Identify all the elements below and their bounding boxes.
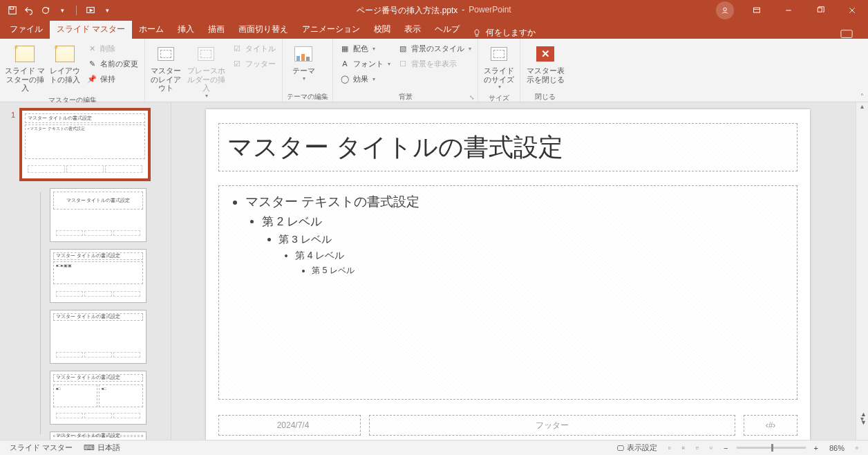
bg-styles-button[interactable]: ▧背景のスタイル▾	[395, 41, 473, 55]
status-lang[interactable]: ⌨ 日本語	[78, 443, 126, 453]
next-slide-icon[interactable]: ▼	[860, 419, 867, 426]
status-mode[interactable]: スライド マスター	[4, 443, 78, 453]
fit-buttons: ▲ ▼	[860, 411, 867, 426]
body-level-5: 第 5 レベル	[312, 265, 789, 277]
footer-checkbox[interactable]: ☑フッター	[229, 57, 278, 71]
tab-review[interactable]: 校閲	[367, 20, 397, 39]
thumbnail-layout-2[interactable]: マスター タイトルの書式設定 ■□■ ▣▣	[50, 249, 147, 303]
footer-placeholder[interactable]: フッター	[369, 415, 735, 436]
tell-me-search[interactable]: 何をしますか	[466, 27, 541, 39]
footer-text: フッター	[536, 420, 569, 431]
rename-button[interactable]: ✎名前の変更	[84, 57, 140, 71]
status-bar: スライド マスター ⌨ 日本語 🖵 表示設定 − + 86%	[0, 440, 868, 455]
svg-rect-13	[696, 447, 698, 449]
effects-button[interactable]: ◯効果▾	[337, 72, 393, 86]
edit-area: マスター タイトルの書式設定 マスター テキストの書式設定 第 2 レベル 第 …	[171, 102, 868, 440]
hide-bg-checkbox[interactable]: ☐背景を非表示	[395, 57, 473, 71]
title-separator: -	[462, 5, 464, 17]
slideshow-view-icon[interactable]	[704, 443, 718, 454]
svg-rect-8	[668, 447, 670, 449]
themes-button[interactable]: テーマ▾	[287, 41, 320, 83]
undo-icon[interactable]	[23, 5, 35, 16]
body-level-3: 第 3 レベル	[279, 232, 789, 247]
checkbox-icon: ☑	[232, 43, 243, 54]
account-icon[interactable]	[709, 0, 741, 21]
save-icon[interactable]	[7, 5, 18, 16]
ribbon-display-options-icon[interactable]	[741, 0, 773, 21]
slide-canvas[interactable]: マスター タイトルの書式設定 マスター テキストの書式設定 第 2 レベル 第 …	[206, 109, 810, 448]
zoom-value[interactable]: 86%	[824, 444, 850, 452]
thumbnail-layout-1[interactable]: マスター タイトルの書式設定	[50, 188, 147, 242]
title-checkbox[interactable]: ☑タイトル	[229, 41, 278, 55]
start-slideshow-icon[interactable]	[85, 5, 96, 16]
body-placeholder[interactable]: マスター テキストの書式設定 第 2 レベル 第 3 レベル 第 4 レベル 第…	[218, 185, 798, 400]
normal-view-icon[interactable]	[663, 443, 677, 454]
minimize-button[interactable]	[773, 0, 804, 21]
tab-draw[interactable]: 描画	[201, 20, 232, 39]
insert-layout-button[interactable]: レイアウトの挿入	[48, 41, 82, 85]
vertical-scrollbar[interactable]: ▴ ▾	[856, 102, 868, 440]
group-master-edit: スライド マスターの挿入 レイアウトの挿入 ✕削除 ✎名前の変更 📌保持 マスタ…	[0, 39, 145, 102]
delete-button[interactable]: ✕削除	[84, 41, 140, 55]
insert-layout-label: レイアウトの挿入	[48, 66, 82, 84]
preserve-button[interactable]: 📌保持	[84, 72, 140, 86]
svg-rect-1	[10, 7, 14, 10]
insert-placeholder-label: プレースホルダーの挿入	[185, 66, 227, 93]
thumbnail-layout-3[interactable]: マスター タイトルの書式設定	[50, 310, 147, 364]
tab-animations[interactable]: アニメーション	[295, 20, 367, 39]
display-settings-button[interactable]: 🖵 表示設定	[611, 443, 663, 453]
insert-placeholder-button[interactable]: プレースホルダーの挿入▾	[185, 41, 227, 100]
thumbnail-layout-4[interactable]: マスター タイトルの書式設定 ■□■□	[50, 371, 147, 425]
scroll-up-icon[interactable]: ▴	[856, 102, 868, 115]
slide-sorter-icon[interactable]	[677, 443, 690, 454]
fonts-button[interactable]: Aフォント▾	[337, 57, 393, 71]
colors-button[interactable]: ▦配色▾	[337, 41, 393, 55]
reading-view-icon[interactable]	[690, 443, 704, 454]
tab-slide-master[interactable]: スライド マスター	[50, 20, 132, 39]
tell-me-label: 何をしますか	[486, 27, 536, 39]
prev-slide-icon[interactable]: ▲	[860, 411, 867, 418]
insert-slide-master-button[interactable]: スライド マスターの挿入	[4, 41, 46, 94]
qat-customize-icon[interactable]: ▾	[102, 5, 113, 16]
collapse-ribbon-icon[interactable]: ˄	[860, 93, 864, 100]
group-background-label[interactable]: 背景	[337, 91, 473, 102]
maximize-button[interactable]	[804, 0, 836, 21]
fonts-label: フォント	[353, 59, 384, 69]
separator	[76, 6, 77, 15]
group-size: スライドのサイズ▾ サイズ	[478, 39, 520, 102]
close-button[interactable]	[836, 0, 868, 21]
tab-insert[interactable]: 挿入	[171, 20, 201, 39]
thumbnail-master[interactable]: マスター タイトルの書式設定 • マスター テキストの書式設定	[19, 108, 151, 181]
fit-to-window-icon[interactable]	[850, 443, 864, 454]
zoom-in-button[interactable]: +	[809, 444, 824, 452]
close-master-label: マスター表示を閉じる	[525, 66, 566, 84]
share-button[interactable]	[828, 29, 865, 39]
zoom-slider[interactable]	[737, 447, 806, 449]
svg-rect-9	[682, 447, 683, 447]
tab-file[interactable]: ファイル	[3, 20, 50, 39]
body-level-4: 第 4 レベル	[295, 250, 789, 262]
layout-icon	[55, 46, 75, 62]
thumbnail-panel[interactable]: 1 マスター タイトルの書式設定 • マスター テキストの書式設定 マスター タ…	[0, 102, 171, 440]
redo-icon[interactable]	[40, 5, 51, 16]
tab-home[interactable]: ホーム	[132, 20, 171, 39]
date-placeholder[interactable]: 2024/7/4	[218, 415, 361, 436]
themes-icon	[294, 46, 312, 62]
slide-size-button[interactable]: スライドのサイズ▾	[482, 41, 516, 92]
master-layout-button[interactable]: マスターのレイアウト	[149, 41, 182, 94]
group-background: ▦配色▾ Aフォント▾ ◯効果▾ ▧背景のスタイル▾ ☐背景を非表示 背景	[333, 39, 478, 102]
delete-label: 削除	[100, 44, 115, 54]
svg-rect-6	[818, 8, 822, 12]
close-master-button[interactable]: ✕ マスター表示を閉じる	[525, 41, 566, 85]
slide-number-placeholder[interactable]: ‹#›	[744, 415, 798, 436]
tab-help[interactable]: ヘルプ	[428, 20, 466, 39]
title-placeholder[interactable]: マスター タイトルの書式設定	[218, 123, 798, 171]
tab-view[interactable]: 表示	[397, 20, 428, 39]
thumbnail-layout-5[interactable]: マスター タイトルの書式設定	[50, 431, 147, 440]
title-bar: ▾ ▾ ページ番号の挿入方法.pptx - PowerPoint	[0, 0, 868, 21]
tab-transitions[interactable]: 画面切り替え	[232, 20, 295, 39]
zoom-out-button[interactable]: −	[718, 444, 733, 452]
body-level-1: マスター テキストの書式設定	[245, 193, 789, 211]
group-close: ✕ マスター表示を閉じる 閉じる	[520, 39, 570, 102]
qat-dropdown-icon[interactable]: ▾	[57, 5, 68, 16]
